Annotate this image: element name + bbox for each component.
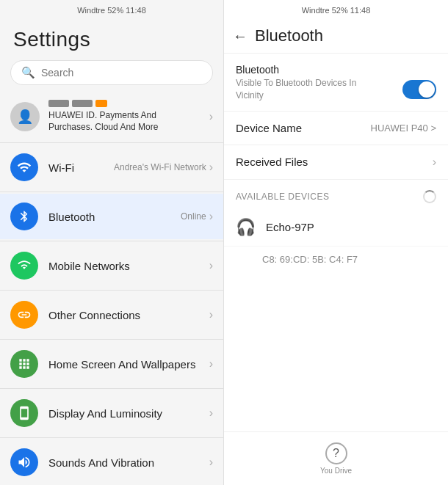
display-content: Display And Luminosity › (48, 406, 213, 420)
settings-item-wifi[interactable]: Wi-Fi Andrea's Wi-Fi Network › (0, 145, 223, 190)
connections-content: Other Connections › (48, 308, 213, 321)
bluetooth-icon-circle (10, 203, 38, 230)
sounds-icon-circle (10, 448, 38, 476)
right-header: ← Bluetooth (224, 21, 448, 54)
left-panel: Windtre 52% 11:48 Settings 🔍 👤 HUAWEI ID… (0, 0, 224, 485)
bluetooth-label: Bluetooth (48, 211, 95, 223)
connections-label: Other Connections (48, 309, 140, 321)
account-row[interactable]: 👤 HUAWEI ID. Payments And Purchases. Clo… (0, 92, 223, 142)
homescreen-icon (17, 357, 32, 371)
homescreen-label: Home Screen And Wallpapers (48, 358, 195, 371)
bluetooth-sub: Online (181, 211, 206, 222)
settings-item-homescreen[interactable]: Home Screen And Wallpapers › (0, 341, 223, 387)
received-files-row[interactable]: Received Files › (224, 145, 448, 180)
bluetooth-toggle-section: Bluetooth Visible To Bluetooth Devices I… (224, 54, 448, 112)
help-button[interactable]: ? You Drive (320, 442, 352, 475)
wifi-icon (17, 160, 32, 175)
sounds-label: Sounds And Vibration (48, 456, 154, 469)
avatar: 👤 (10, 102, 40, 131)
divider-homescreen (0, 388, 223, 389)
bluetooth-page-title: Bluetooth (255, 26, 323, 45)
right-bottom: ? You Drive (224, 431, 448, 485)
bluetooth-toggle-sub: Visible To Bluetooth Devices In Vicinity (236, 77, 383, 102)
left-status-bar: Windtre 52% 11:48 (0, 0, 223, 21)
block-orange (95, 100, 107, 107)
scanning-spinner (423, 190, 436, 203)
available-devices-header: AVAILABLE DEVICES (224, 180, 448, 209)
right-status-bar: Windtre 52% 11:48 (224, 0, 448, 21)
settings-item-bluetooth[interactable]: Bluetooth Online › (0, 194, 223, 239)
display-label: Display And Luminosity (48, 407, 162, 420)
wifi-label: Wi-Fi (48, 161, 74, 174)
available-devices-label: AVAILABLE DEVICES (236, 192, 329, 202)
mobile-content: Mobile Networks › (48, 259, 213, 272)
connections-chevron: › (209, 308, 213, 321)
mobile-label: Mobile Networks (48, 260, 130, 272)
device-name-value: HUAWEI P40 > (371, 123, 436, 134)
device-info-0: Echo-97P (266, 221, 436, 233)
search-icon: 🔍 (21, 66, 35, 79)
wifi-chevron: › (209, 161, 213, 174)
help-icon: ? (325, 442, 347, 464)
sounds-content: Sounds And Vibration › (48, 456, 213, 469)
wifi-sub: Andrea's Wi-Fi Network (114, 162, 206, 172)
device-mac: C8: 69:CD: 5B: C4: F7 (224, 247, 448, 272)
homescreen-chevron: › (209, 357, 213, 371)
divider-display (0, 437, 223, 438)
display-icon (17, 406, 32, 420)
left-status-text: Windtre 52% 11:48 (77, 6, 146, 15)
received-files-label: Received Files (236, 156, 308, 168)
homescreen-icon-circle (10, 350, 38, 378)
account-label: HUAWEI ID. Payments And Purchases. Cloud… (48, 109, 200, 134)
settings-item-mobile[interactable]: Mobile Networks › (0, 243, 223, 288)
display-icon-circle (10, 399, 38, 427)
mobile-icon-circle (10, 252, 38, 280)
account-chevron: › (209, 110, 213, 123)
bluetooth-toggle[interactable] (402, 80, 436, 99)
received-files-chevron: › (433, 156, 436, 169)
device-name-0: Echo-97P (266, 221, 436, 233)
search-input[interactable] (41, 67, 202, 79)
help-label: You Drive (320, 467, 352, 475)
account-blocks (48, 100, 200, 107)
divider-account (0, 142, 223, 143)
device-name-label: Device Name (236, 122, 302, 134)
headphones-icon: 🎧 (236, 218, 256, 237)
divider-wifi (0, 192, 223, 192)
search-bar[interactable]: 🔍 (10, 60, 213, 85)
right-status-text: Windtre 52% 11:48 (302, 6, 371, 15)
bluetooth-toggle-row: Visible To Bluetooth Devices In Vicinity (236, 77, 436, 102)
settings-item-display[interactable]: Display And Luminosity › (0, 390, 223, 436)
back-button[interactable]: ← (233, 28, 248, 45)
display-chevron: › (209, 406, 213, 420)
settings-item-sounds[interactable]: Sounds And Vibration › (0, 440, 223, 485)
wifi-icon-circle (10, 153, 38, 181)
mobile-icon (17, 258, 32, 273)
account-text: HUAWEI ID. Payments And Purchases. Cloud… (48, 100, 200, 134)
settings-title: Settings (0, 21, 223, 57)
homescreen-content: Home Screen And Wallpapers › (48, 357, 213, 371)
divider-bluetooth (0, 241, 223, 241)
sounds-icon (17, 455, 32, 470)
divider-mobile (0, 290, 223, 291)
device-item-0[interactable]: 🎧 Echo-97P (224, 209, 448, 247)
right-panel: Windtre 52% 11:48 ← Bluetooth Bluetooth … (224, 0, 448, 485)
device-name-row[interactable]: Device Name HUAWEI P40 > (224, 112, 448, 145)
block-gray-2 (72, 100, 93, 107)
settings-item-connections[interactable]: Other Connections › (0, 292, 223, 338)
bluetooth-chevron: › (209, 210, 213, 223)
divider-connections (0, 339, 223, 340)
mobile-chevron: › (209, 259, 213, 272)
bluetooth-content: Bluetooth Online › (48, 210, 213, 223)
connections-icon-circle (10, 301, 38, 329)
block-gray (48, 100, 69, 107)
wifi-content: Wi-Fi Andrea's Wi-Fi Network › (48, 161, 213, 174)
bluetooth-icon (18, 209, 31, 224)
bluetooth-toggle-label: Bluetooth (236, 64, 436, 76)
connections-icon (17, 307, 32, 322)
sounds-chevron: › (209, 456, 213, 469)
